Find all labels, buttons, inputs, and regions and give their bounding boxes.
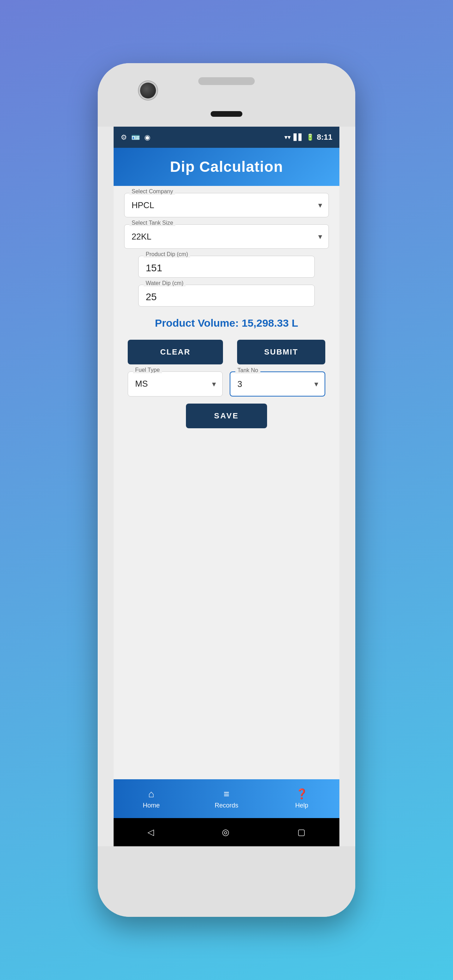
app-bar: Dip Calculation xyxy=(114,148,339,186)
clear-button[interactable]: CLEAR xyxy=(128,340,223,364)
phone-top xyxy=(98,63,355,127)
water-dip-label: Water Dip (cm) xyxy=(144,280,186,286)
company-field[interactable]: Select Company HPCL BPCL IOCL ▾ xyxy=(124,193,329,217)
company-label: Select Company xyxy=(129,188,175,195)
id-status-icon: 🪪 xyxy=(131,133,140,142)
app-title: Dip Calculation xyxy=(170,158,283,175)
tank-no-label: Tank No xyxy=(235,367,261,374)
circle-status-icon: ◉ xyxy=(144,133,150,142)
product-dip-label: Product Dip (cm) xyxy=(144,251,190,258)
fuel-type-select[interactable]: MS HSD XP95 xyxy=(128,372,222,395)
records-icon: ≡ xyxy=(224,788,229,800)
home-icon: ⌂ xyxy=(148,788,154,800)
submit-button[interactable]: SUBMIT xyxy=(237,340,325,364)
signal-icon: ▋▋ xyxy=(294,134,304,141)
back-button[interactable]: ◁ xyxy=(148,827,154,837)
tank-no-select[interactable]: 1 2 3 4 5 xyxy=(230,372,324,396)
tank-size-select[interactable]: 22KL 10KL 50KL xyxy=(124,225,329,248)
bottom-nav: ⌂ Home ≡ Records ❓ Help xyxy=(114,779,339,818)
status-icons-left: ⚙ 🪪 ◉ xyxy=(121,133,150,142)
home-button[interactable]: ◎ xyxy=(222,827,229,837)
tank-no-field[interactable]: Tank No 1 2 3 4 5 ▾ xyxy=(230,371,325,396)
speaker xyxy=(198,77,255,85)
home-indicator xyxy=(211,111,242,117)
battery-icon: 🔋 xyxy=(306,134,314,141)
water-dip-input[interactable] xyxy=(139,285,314,306)
save-row: SAVE xyxy=(124,404,329,428)
settings-status-icon: ⚙ xyxy=(121,133,127,142)
phone-bottom xyxy=(98,846,355,917)
wifi-icon: ▾▾ xyxy=(285,134,291,141)
screen: ⚙ 🪪 ◉ ▾▾ ▋▋ 🔋 8:11 Dip Calculation Selec… xyxy=(114,127,339,846)
nav-home[interactable]: ⌂ Home xyxy=(114,788,189,809)
action-buttons-row: CLEAR SUBMIT xyxy=(124,340,329,364)
product-volume-display: Product Volume: 15,298.33 L xyxy=(124,313,329,332)
company-select[interactable]: HPCL BPCL IOCL xyxy=(124,193,329,217)
tank-size-label: Select Tank Size xyxy=(129,220,175,226)
product-dip-input[interactable] xyxy=(139,256,314,277)
status-icons-right: ▾▾ ▋▋ 🔋 8:11 xyxy=(285,133,332,142)
nav-records[interactable]: ≡ Records xyxy=(189,788,264,809)
help-icon: ❓ xyxy=(296,788,308,800)
status-time: 8:11 xyxy=(317,133,332,142)
product-dip-field[interactable]: Product Dip (cm) xyxy=(138,256,315,278)
help-label: Help xyxy=(295,802,308,809)
fuel-tank-row: Fuel Type MS HSD XP95 ▾ Tank No 1 2 3 4 xyxy=(124,371,329,396)
main-content: Select Company HPCL BPCL IOCL ▾ Select T… xyxy=(114,186,339,779)
records-label: Records xyxy=(215,802,238,809)
water-dip-field[interactable]: Water Dip (cm) xyxy=(138,285,315,307)
android-nav: ◁ ◎ ▢ xyxy=(114,818,339,846)
tank-size-field[interactable]: Select Tank Size 22KL 10KL 50KL ▾ xyxy=(124,224,329,249)
nav-help[interactable]: ❓ Help xyxy=(264,788,339,809)
home-label: Home xyxy=(143,802,160,809)
save-button[interactable]: SAVE xyxy=(186,404,267,428)
status-bar: ⚙ 🪪 ◉ ▾▾ ▋▋ 🔋 8:11 xyxy=(114,127,339,148)
fuel-type-field[interactable]: Fuel Type MS HSD XP95 ▾ xyxy=(128,371,223,396)
fuel-type-label: Fuel Type xyxy=(133,367,162,373)
camera xyxy=(140,83,156,99)
recents-button[interactable]: ▢ xyxy=(297,827,305,837)
